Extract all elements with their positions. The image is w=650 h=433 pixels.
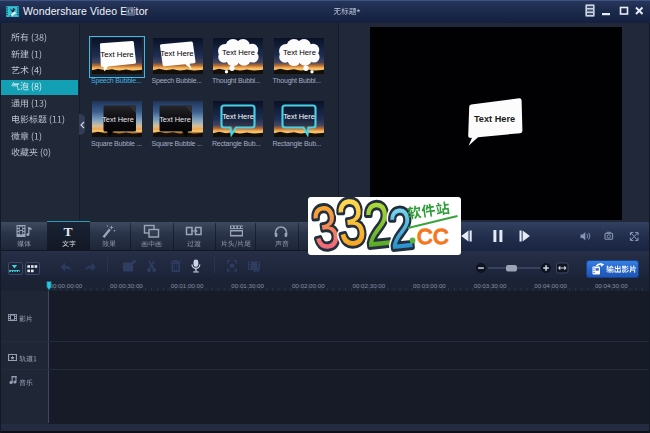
- svg-text:Text Here: Text Here: [102, 115, 134, 124]
- svg-text:Text Here: Text Here: [160, 49, 193, 58]
- svg-text:T: T: [63, 224, 72, 239]
- svg-text:Text Here: Text Here: [283, 48, 316, 57]
- svg-text:Text Here: Text Here: [222, 48, 255, 57]
- svg-text:Text Here: Text Here: [474, 114, 515, 124]
- svg-text:Text Here: Text Here: [222, 112, 254, 121]
- svg-text:CC: CC: [417, 225, 449, 249]
- svg-text:Text Here: Text Here: [283, 112, 315, 121]
- svg-text:Text Here: Text Here: [159, 115, 191, 124]
